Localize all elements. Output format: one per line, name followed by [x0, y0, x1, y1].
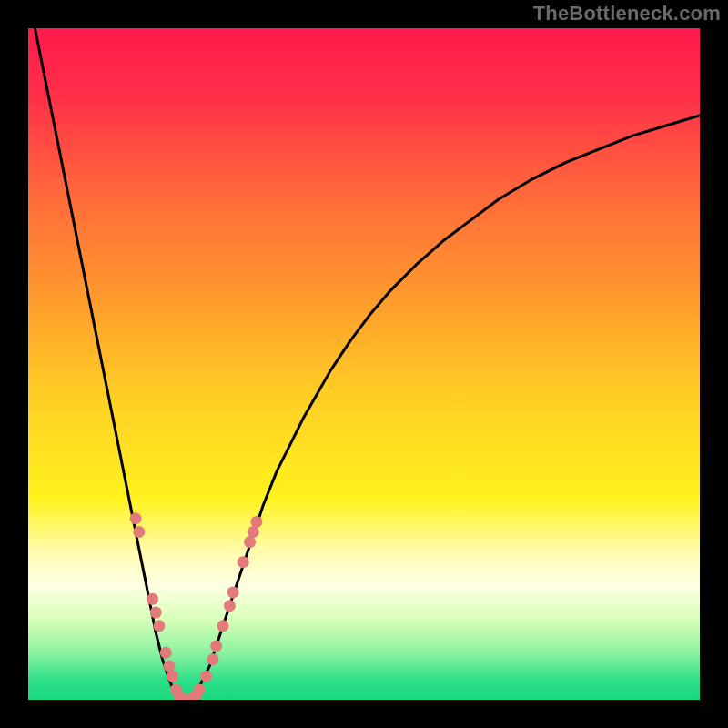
plot-area [28, 28, 700, 700]
data-marker [194, 683, 206, 695]
data-marker [250, 516, 262, 528]
data-marker [200, 671, 212, 682]
data-marker [238, 556, 249, 568]
data-marker [167, 671, 178, 682]
data-marker [228, 586, 239, 598]
data-marker [244, 536, 256, 548]
bottleneck-curve [28, 28, 700, 700]
data-marker [163, 661, 175, 672]
data-marker [210, 640, 222, 652]
data-marker [150, 607, 162, 619]
data-marker [217, 620, 229, 632]
data-marker [130, 512, 142, 524]
data-marker [133, 526, 145, 538]
watermark-text: TheBottleneck.com [533, 2, 721, 25]
data-marker [248, 526, 259, 538]
data-marker [224, 600, 236, 612]
data-marker [147, 593, 158, 605]
data-marker [160, 647, 172, 659]
chart-svg [28, 28, 700, 700]
data-marker [207, 653, 218, 665]
outer-frame: TheBottleneck.com [0, 0, 728, 728]
data-marker [153, 620, 165, 632]
